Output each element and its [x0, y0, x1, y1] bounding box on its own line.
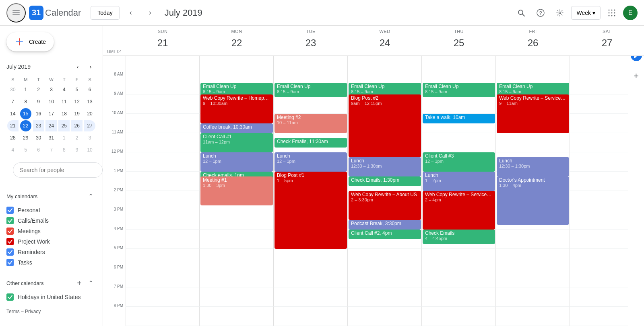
- other-calendars-header[interactable]: Other calendars + ⌃: [6, 274, 96, 292]
- prev-button[interactable]: ‹: [123, 5, 139, 21]
- grid-cell[interactable]: [126, 307, 200, 326]
- grid-cell[interactable]: [126, 152, 200, 172]
- grid-cell[interactable]: [422, 287, 496, 307]
- mini-cal-cell[interactable]: 19: [71, 108, 83, 119]
- event-block[interactable]: Web Copy Rewrite – Services #29 – 11am: [497, 94, 569, 133]
- mini-cal-selected[interactable]: 22: [20, 120, 31, 131]
- menu-button[interactable]: [6, 3, 26, 23]
- event-block[interactable]: Lunch12 – 1pm: [275, 152, 347, 172]
- tasks-checkbox[interactable]: [6, 259, 14, 266]
- event-block[interactable]: Email Clean Up8:15 – 9am: [423, 83, 495, 97]
- grid-cell[interactable]: [348, 307, 422, 326]
- grid-cell[interactable]: [422, 133, 496, 152]
- mini-cal-cell[interactable]: 27: [84, 120, 95, 131]
- holidays-checkbox[interactable]: [6, 293, 14, 301]
- grid-cell[interactable]: [348, 56, 422, 75]
- mini-cal-cell[interactable]: 8: [20, 96, 31, 107]
- grid-cell[interactable]: [274, 268, 348, 287]
- grid-cell[interactable]: [496, 307, 570, 326]
- mini-cal-cell[interactable]: 4: [7, 144, 19, 156]
- event-block[interactable]: Doctor's Appointment1:30 – 4pm: [497, 176, 569, 225]
- grid-cell[interactable]: [274, 287, 348, 307]
- event-block[interactable]: Meeting #11:30 – 3pm: [200, 176, 273, 205]
- grid-cell[interactable]: [274, 94, 348, 114]
- calendar-item-personal[interactable]: Personal: [6, 205, 96, 215]
- calendar-item-holidays[interactable]: Holidays in United States: [6, 292, 96, 302]
- mini-cal-cell[interactable]: 16: [33, 108, 44, 119]
- add-other-calendar-button[interactable]: +: [74, 277, 85, 289]
- mini-cal-cell[interactable]: 4: [58, 84, 70, 95]
- mini-cal-prev[interactable]: ‹: [72, 61, 83, 72]
- grid-cell[interactable]: [274, 56, 348, 75]
- mini-cal-cell[interactable]: 28: [7, 132, 19, 144]
- mini-cal-cell[interactable]: 5: [71, 84, 83, 95]
- grid-cell[interactable]: [200, 56, 274, 75]
- personal-checkbox[interactable]: [6, 207, 14, 214]
- grid-cell[interactable]: [126, 249, 200, 268]
- event-block[interactable]: Web Copy Rewrite – Homepage9 – 10:30am: [200, 94, 273, 123]
- my-calendars-header[interactable]: My calendars ⌃: [6, 187, 96, 205]
- calendar-item-tasks[interactable]: Tasks: [6, 257, 96, 268]
- grid-cell[interactable]: [496, 133, 570, 152]
- mini-cal-cell[interactable]: 31: [45, 132, 57, 144]
- grid-cell[interactable]: [200, 210, 274, 230]
- my-calendars-collapse[interactable]: ⌃: [85, 191, 96, 202]
- event-block[interactable]: Client Call #312 – 1pm: [423, 152, 495, 172]
- grid-cell[interactable]: [274, 307, 348, 326]
- event-block[interactable]: Blog Post #11 – 5pm: [275, 172, 347, 249]
- mini-cal-cell[interactable]: 17: [45, 108, 57, 119]
- mini-cal-cell[interactable]: 21: [7, 120, 19, 131]
- event-block[interactable]: Client Call #111am – 12pm: [200, 133, 273, 152]
- grid-cell[interactable]: [422, 268, 496, 287]
- calendar-item-project[interactable]: Project Work: [6, 236, 96, 247]
- add-button-right[interactable]: +: [634, 71, 639, 81]
- grid-cell[interactable]: [126, 172, 200, 191]
- mini-cal-cell[interactable]: 2: [33, 84, 44, 95]
- mini-cal-cell[interactable]: 2: [71, 132, 83, 144]
- meetings-checkbox[interactable]: [6, 228, 14, 235]
- event-block[interactable]: Blog Post #29am – 12:15pm: [349, 94, 421, 157]
- mini-cal-cell[interactable]: 6: [33, 144, 44, 156]
- grid-cell[interactable]: [422, 249, 496, 268]
- mini-cal-cell[interactable]: 1: [58, 132, 70, 144]
- grid-cell[interactable]: [126, 210, 200, 230]
- grid-cell[interactable]: [422, 94, 496, 114]
- mini-cal-cell[interactable]: 30: [7, 84, 19, 95]
- create-button[interactable]: Create: [6, 32, 54, 51]
- mini-cal-cell[interactable]: 26: [71, 120, 83, 131]
- grid-cell[interactable]: [126, 75, 200, 94]
- next-button[interactable]: ›: [142, 5, 158, 21]
- event-block[interactable]: Lunch12 – 1pm: [200, 152, 273, 172]
- mini-cal-cell[interactable]: 7: [45, 144, 57, 156]
- grid-cell[interactable]: [496, 230, 570, 249]
- privacy-link[interactable]: Privacy: [25, 309, 41, 314]
- mini-cal-cell[interactable]: 14: [7, 108, 19, 119]
- mini-cal-cell[interactable]: 7: [7, 96, 19, 107]
- grid-cell[interactable]: [126, 133, 200, 152]
- user-avatar[interactable]: E: [623, 6, 638, 20]
- search-button[interactable]: [513, 5, 529, 21]
- mini-cal-cell[interactable]: 9: [71, 144, 83, 156]
- grid-cell[interactable]: [348, 268, 422, 287]
- settings-button[interactable]: [552, 5, 568, 21]
- terms-link[interactable]: Terms: [6, 309, 20, 314]
- mini-cal-cell[interactable]: 13: [84, 96, 95, 107]
- grid-cell[interactable]: [200, 287, 274, 307]
- help-button[interactable]: ?: [533, 5, 549, 21]
- event-block[interactable]: Lunch12:30 – 1:30pm: [497, 157, 569, 176]
- calendar-item-meetings[interactable]: Meetings: [6, 226, 96, 236]
- mini-cal-cell[interactable]: 12: [71, 96, 83, 107]
- event-block[interactable]: Check Emails, 11:30am: [275, 138, 347, 148]
- today-button[interactable]: Today: [91, 6, 119, 20]
- grid-cell[interactable]: [200, 307, 274, 326]
- grid-cell[interactable]: [126, 268, 200, 287]
- grid-cell[interactable]: [422, 56, 496, 75]
- view-selector[interactable]: Week ▾: [571, 6, 601, 20]
- calendar-item-reminders[interactable]: Reminders: [6, 247, 96, 257]
- grid-cell[interactable]: [422, 307, 496, 326]
- event-block[interactable]: Web Copy Rewrite – About US2 – 3:30pm: [349, 191, 421, 220]
- event-block[interactable]: Coffee break, 10:30am: [200, 123, 273, 133]
- mini-cal-next[interactable]: ›: [85, 61, 96, 72]
- event-block[interactable]: Web Copy Rewrite – Services #12 – 4pm: [423, 191, 495, 230]
- event-block[interactable]: Lunch1 – 2pm: [423, 172, 495, 191]
